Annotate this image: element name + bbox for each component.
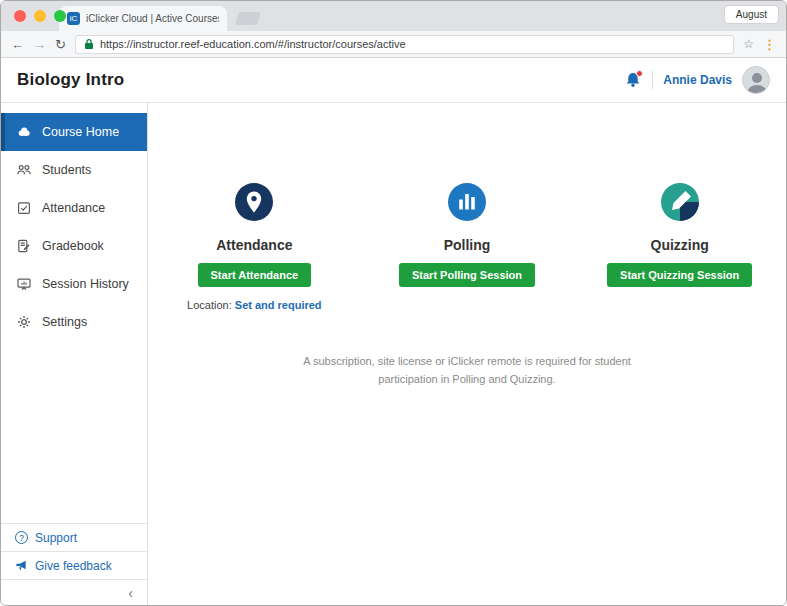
app-header: Biology Intro Annie Davis [1,58,786,103]
quizzing-card: Quizzing Start Quizzing Session [573,183,786,311]
bookmark-star-icon[interactable]: ☆ [743,37,754,51]
attendance-card: Attendance Start Attendance Location: Se… [148,183,361,311]
location-pin-icon [235,183,273,221]
polling-card: Polling Start Polling Session [361,183,574,311]
give-feedback-link[interactable]: Give feedback [1,551,147,579]
zoom-window-button[interactable] [54,10,66,22]
sidebar: Course Home Students [1,103,148,605]
browser-tab[interactable]: iC iClicker Cloud | Active Courses [59,6,227,31]
minimize-window-button[interactable] [34,10,46,22]
back-icon[interactable]: ← [11,38,24,51]
sidebar-item-label: Students [42,163,91,177]
tab-title: iClicker Cloud | Active Courses [86,13,219,24]
header-divider [652,71,653,89]
card-title: Attendance [216,237,292,253]
url-text: https://instructor.reef-education.com/#/… [100,38,406,50]
presentation-icon [16,276,32,292]
gear-icon [16,314,32,330]
browser-window: iC iClicker Cloud | Active Courses Augus… [0,0,787,606]
people-icon [16,162,32,178]
sidebar-item-label: Gradebook [42,239,104,253]
location-set-link[interactable]: Set and required [235,299,322,311]
pencil-icon [661,183,699,221]
forward-icon[interactable]: → [33,38,46,51]
window-controls [14,10,66,22]
start-polling-button[interactable]: Start Polling Session [399,263,535,287]
browser-toolbar: ← → ↻ https://instructor.reef-education.… [1,31,786,58]
support-link[interactable]: ? Support [1,523,147,551]
start-attendance-button[interactable]: Start Attendance [198,263,312,287]
card-title: Polling [444,237,491,253]
avatar[interactable] [742,66,770,94]
sidebar-item-settings[interactable]: Settings [1,303,147,341]
user-menu[interactable]: Annie Davis [663,73,732,87]
sidebar-item-label: Course Home [42,125,119,139]
https-lock-icon [84,38,94,50]
start-quizzing-button[interactable]: Start Quizzing Session [607,263,752,287]
location-meta: Location: Set and required [187,299,322,311]
address-bar[interactable]: https://instructor.reef-education.com/#/… [75,35,734,54]
checklist-icon [16,200,32,216]
card-title: Quizzing [651,237,709,253]
sidebar-item-label: Attendance [42,201,105,215]
cloud-icon [16,124,32,140]
location-label: Location: [187,299,232,311]
support-label: Support [35,531,77,545]
course-title: Biology Intro [17,70,124,90]
bar-chart-icon [448,183,486,221]
tab-favicon: iC [67,12,80,25]
reload-icon[interactable]: ↻ [55,38,66,51]
close-window-button[interactable] [14,10,26,22]
sidebar-item-attendance[interactable]: Attendance [1,189,147,227]
main-content: Attendance Start Attendance Location: Se… [148,103,786,605]
sidebar-item-label: Settings [42,315,87,329]
gradebook-icon [16,238,32,254]
sidebar-item-course-home[interactable]: Course Home [1,113,147,151]
notifications-bell-icon[interactable] [624,71,642,89]
note-line-2: participation in Polling and Quizzing. [303,371,631,389]
note-line-1: A subscription, site license or iClicker… [303,353,631,371]
help-icon: ? [15,531,28,544]
date-label-button[interactable]: August [725,6,778,23]
subscription-note: A subscription, site license or iClicker… [303,353,631,388]
feedback-label: Give feedback [35,559,112,573]
sidebar-item-label: Session History [42,277,129,291]
browser-menu-icon[interactable]: ⋮ [763,37,776,52]
browser-tab-strip: iC iClicker Cloud | Active Courses Augus… [1,1,786,31]
collapse-sidebar-button[interactable]: ‹ [1,579,147,605]
new-tab-button[interactable] [235,12,261,25]
sidebar-item-session-history[interactable]: Session History [1,265,147,303]
chevron-left-icon: ‹ [128,585,133,601]
sidebar-item-students[interactable]: Students [1,151,147,189]
megaphone-icon [15,559,28,572]
sidebar-item-gradebook[interactable]: Gradebook [1,227,147,265]
